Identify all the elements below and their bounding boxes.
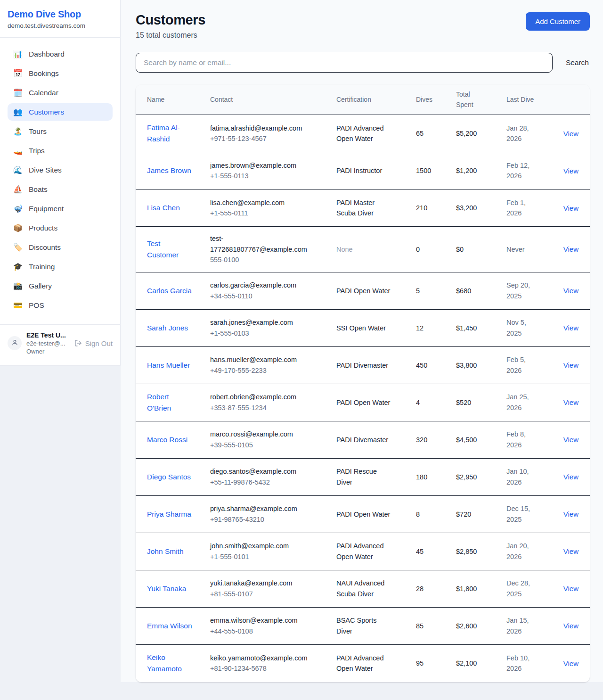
- total-spent-cell: $720: [456, 509, 506, 519]
- customer-name-link[interactable]: Marco Rossi: [147, 434, 210, 445]
- view-link[interactable]: View: [563, 130, 579, 138]
- customer-email: fatima.alrashid@example.com: [210, 123, 318, 133]
- dives-cell: 85: [416, 621, 456, 631]
- customer-name-link[interactable]: Priya Sharma: [147, 509, 210, 520]
- sidebar-item-training[interactable]: 🎓 Training: [8, 258, 113, 275]
- calendar-date-icon: 📅: [13, 69, 23, 78]
- dives-cell: 12: [416, 323, 456, 333]
- package-icon: 📦: [13, 223, 23, 232]
- customer-name-link[interactable]: Robert O'Brien: [147, 391, 210, 414]
- contact-cell: keiko.yamamoto@example.com +81-90-1234-5…: [210, 653, 336, 674]
- bar-chart-icon: 📊: [13, 49, 23, 58]
- certification-cell: PADI Divemaster: [336, 360, 416, 371]
- sidebar-item-boats[interactable]: ⛵ Boats: [8, 181, 113, 198]
- main-header: Customers 15 total customers Add Custome…: [136, 12, 590, 40]
- sidebar-item-customers[interactable]: 👥 Customers: [8, 103, 113, 121]
- table-row: Test Customer test-1772681807767@example…: [136, 227, 590, 272]
- view-link[interactable]: View: [563, 324, 579, 332]
- customer-name-link[interactable]: Diego Santos: [147, 471, 210, 483]
- graduation-cap-icon: 🎓: [13, 262, 23, 271]
- contact-cell: carlos.garcia@example.com +34-555-0110: [210, 280, 336, 301]
- view-link[interactable]: View: [563, 659, 579, 667]
- shop-name: Demo Dive Shop: [8, 9, 113, 20]
- total-spent-cell: $0: [456, 244, 506, 255]
- view-link[interactable]: View: [563, 547, 579, 555]
- contact-cell: robert.obrien@example.com +353-87-555-12…: [210, 392, 336, 413]
- customer-name-link[interactable]: Carlos Garcia: [147, 285, 210, 296]
- view-link[interactable]: View: [563, 398, 579, 406]
- sidebar-item-trips[interactable]: 🚤 Trips: [8, 142, 113, 159]
- last-dive-cell: Jan 25, 2026: [506, 392, 556, 413]
- customer-name-link[interactable]: Test Customer: [147, 238, 210, 261]
- customer-name-link[interactable]: Hans Mueller: [147, 360, 210, 371]
- table-header-row: Name Contact Certification Dives Total S…: [136, 85, 590, 115]
- total-spent-cell: $5,200: [456, 128, 506, 139]
- column-header-contact: Contact: [210, 95, 336, 105]
- customer-name-link[interactable]: Keiko Yamamoto: [147, 652, 210, 675]
- customer-name-link[interactable]: Yuki Tanaka: [147, 583, 210, 594]
- dives-cell: 5: [416, 286, 456, 296]
- sidebar-item-bookings[interactable]: 📅 Bookings: [8, 65, 113, 82]
- contact-cell: john.smith@example.com +1-555-0101: [210, 541, 336, 562]
- view-link[interactable]: View: [563, 622, 579, 630]
- add-customer-button[interactable]: Add Customer: [526, 12, 590, 31]
- view-link[interactable]: View: [563, 287, 579, 295]
- sidebar-item-discounts[interactable]: 🏷️ Discounts: [8, 239, 113, 256]
- customer-name-link[interactable]: James Brown: [147, 165, 210, 176]
- sidebar-item-products[interactable]: 📦 Products: [8, 219, 113, 237]
- table-row: Fatima Al-Rashid fatima.alrashid@example…: [136, 115, 590, 152]
- customer-email: priya.sharma@example.com: [210, 503, 318, 514]
- sidebar-item-dashboard[interactable]: 📊 Dashboard: [8, 45, 113, 63]
- customer-name-link[interactable]: Sarah Jones: [147, 322, 210, 334]
- table-row: Keiko Yamamoto keiko.yamamoto@example.co…: [136, 645, 590, 682]
- credit-card-icon: 💳: [13, 301, 23, 310]
- last-dive-cell: Dec 28, 2025: [506, 578, 556, 599]
- user-role: Owner: [26, 348, 70, 355]
- customer-name-link[interactable]: Emma Wilson: [147, 620, 210, 632]
- sidebar-item-gallery[interactable]: 📸 Gallery: [8, 277, 113, 295]
- certification-cell: SSI Open Water: [336, 323, 416, 333]
- view-link[interactable]: View: [563, 510, 579, 518]
- last-dive-cell: Feb 12, 2026: [506, 160, 556, 181]
- column-header-certification: Certification: [336, 95, 416, 105]
- certification-cell: PADI Advanced Open Water: [336, 541, 416, 562]
- view-link[interactable]: View: [563, 167, 579, 175]
- customer-name-link[interactable]: John Smith: [147, 546, 210, 557]
- total-spent-cell: $3,200: [456, 203, 506, 213]
- sidebar: Demo Dive Shop demo.test.divestreams.com…: [0, 0, 121, 366]
- total-spent-cell: $2,100: [456, 658, 506, 668]
- dives-cell: 45: [416, 546, 456, 557]
- sidebar-item-dive-sites[interactable]: 🌊 Dive Sites: [8, 161, 113, 179]
- contact-cell: sarah.jones@example.com +1-555-0103: [210, 317, 336, 338]
- diving-mask-icon: 🤿: [13, 204, 23, 213]
- customer-email: diego.santos@example.com: [210, 466, 318, 477]
- certification-cell: PADI Open Water: [336, 397, 416, 408]
- table-row: Hans Mueller hans.mueller@example.com +4…: [136, 347, 590, 384]
- view-link[interactable]: View: [563, 436, 579, 444]
- people-icon: 👥: [13, 107, 23, 116]
- view-link[interactable]: View: [563, 473, 579, 481]
- sign-out-button[interactable]: Sign Out: [74, 339, 113, 347]
- brand-block: Demo Dive Shop demo.test.divestreams.com: [0, 0, 120, 38]
- search-button[interactable]: Search: [565, 57, 590, 69]
- contact-cell: fatima.alrashid@example.com +971-55-123-…: [210, 123, 336, 144]
- sidebar-item-tours[interactable]: 🏝️ Tours: [8, 123, 113, 140]
- sidebar-item-equipment[interactable]: 🤿 Equipment: [8, 200, 113, 217]
- search-input[interactable]: [136, 53, 553, 73]
- customer-name-link[interactable]: Fatima Al-Rashid: [147, 122, 210, 145]
- last-dive-cell: Jan 15, 2026: [506, 615, 556, 636]
- certification-cell: BSAC Sports Diver: [336, 615, 416, 636]
- view-link[interactable]: View: [563, 361, 579, 369]
- sidebar-nav: 📊 Dashboard 📅 Bookings 🗓️ Calendar 👥 Cus…: [0, 38, 120, 319]
- view-link[interactable]: View: [563, 204, 579, 212]
- view-link[interactable]: View: [563, 585, 579, 593]
- view-link[interactable]: View: [563, 245, 579, 253]
- table-row: Emma Wilson emma.wilson@example.com +44-…: [136, 608, 590, 645]
- sidebar-item-calendar[interactable]: 🗓️ Calendar: [8, 84, 113, 101]
- sidebar-item-pos[interactable]: 💳 POS: [8, 296, 113, 314]
- dives-cell: 0: [416, 244, 456, 255]
- customer-phone: +353-87-555-1234: [210, 403, 318, 413]
- customer-phone: +44-555-0108: [210, 626, 318, 636]
- customer-name-link[interactable]: Lisa Chen: [147, 202, 210, 214]
- last-dive-cell: Jan 10, 2026: [506, 466, 556, 487]
